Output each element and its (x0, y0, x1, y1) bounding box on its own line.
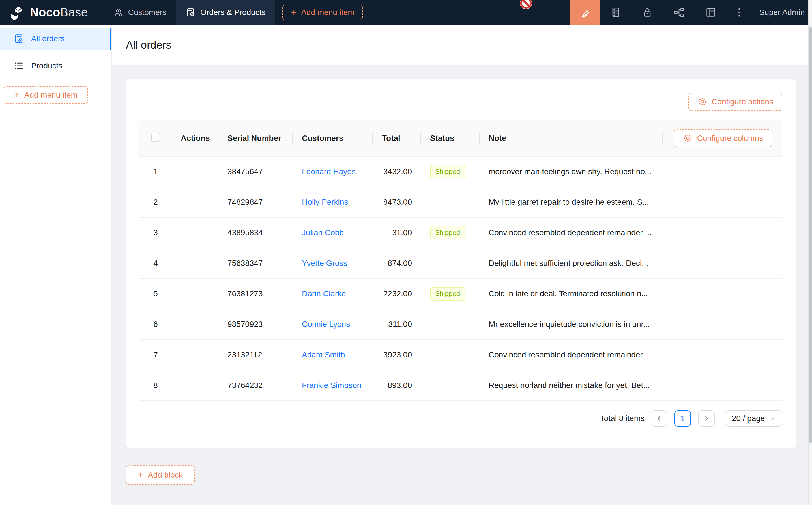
nocobase-logo[interactable]: NocoBase (0, 5, 104, 20)
total-cell: 311.00 (373, 309, 421, 340)
sidebar: All orders Products Add menu item (0, 25, 112, 505)
pagination-total: Total 8 items (600, 414, 645, 423)
gear-icon (683, 134, 693, 143)
actions-cell (172, 187, 219, 217)
actions-cell (172, 217, 219, 248)
page-size-select[interactable]: 20 / page (726, 410, 782, 427)
add-block-label: Add block (148, 471, 183, 480)
serial-cell: 98570923 (219, 309, 293, 340)
column-header-customers: Customers (293, 120, 373, 156)
actions-cell (172, 309, 219, 340)
total-cell: 2232.00 (373, 279, 421, 309)
configure-columns-button[interactable]: Configure columns (674, 129, 772, 147)
customer-cell: Julian Cobb (293, 217, 373, 248)
data-sources-button[interactable] (600, 0, 632, 25)
customer-link[interactable]: Darin Clarke (302, 289, 346, 298)
user-menu[interactable]: Super Admin (752, 8, 812, 17)
orders-table: Actions Serial Number Customers Total St… (139, 120, 783, 401)
row-configure-cell (663, 370, 783, 401)
nocobase-app: NocoBase Customers (0, 0, 812, 505)
layout-icon (705, 7, 716, 18)
nav-tab-label: Customers (128, 8, 166, 17)
table-row: 5 76381273 Darin Clarke 2232.00 Shipped … (139, 279, 783, 309)
nocobase-logo-icon (8, 5, 26, 20)
serial-cell: 73764232 (219, 370, 293, 401)
sidebar-item-all-orders[interactable]: All orders (0, 28, 112, 50)
nav-tab-orders-products[interactable]: Orders & Products (176, 0, 275, 25)
customer-link[interactable]: Leonard Hayes (302, 167, 356, 176)
row-configure-cell (663, 187, 783, 217)
sidebar-add-menu-item-button[interactable]: Add menu item (4, 86, 88, 104)
row-configure-cell (663, 217, 783, 248)
layout-button[interactable] (695, 0, 726, 25)
actions-cell (172, 340, 219, 370)
note-cell: Delightful met sufficient projection ask… (480, 248, 663, 279)
row-index: 8 (139, 370, 172, 401)
status-cell (421, 340, 480, 370)
lock-icon (642, 7, 653, 18)
brand-bold: Noco (30, 6, 60, 19)
row-configure-cell (663, 340, 783, 370)
status-cell (421, 309, 480, 340)
customer-cell: Holly Perkins (293, 187, 373, 217)
customer-cell: Adam Smith (293, 340, 373, 370)
status-cell (421, 370, 480, 401)
total-cell: 874.00 (373, 248, 421, 279)
page-1-button[interactable]: 1 (675, 410, 691, 427)
table-row: 8 73764232 Frankie Simpson 893.00 Reques… (139, 370, 783, 401)
sidebar-item-label: Products (31, 61, 62, 70)
column-header-serial-number: Serial Number (219, 120, 293, 156)
workflow-button[interactable] (663, 0, 695, 25)
database-icon (610, 7, 621, 18)
customer-cell: Connie Lyons (293, 309, 373, 340)
status-cell (421, 248, 480, 279)
total-cell: 8473.00 (373, 187, 421, 217)
pagination: Total 8 items 1 (139, 410, 782, 427)
topbar-right-cluster: Super Admin (570, 0, 812, 25)
table-row: 4 75638347 Yvette Gross 874.00 Delightfu… (139, 248, 783, 279)
more-options-button[interactable] (726, 0, 752, 25)
ui-editor-button[interactable] (570, 0, 600, 25)
customer-link[interactable]: Connie Lyons (302, 320, 350, 329)
status-cell (421, 187, 480, 217)
column-header-actions: Actions (172, 120, 219, 156)
add-block-button[interactable]: Add block (126, 465, 195, 485)
configure-actions-button[interactable]: Configure actions (688, 93, 782, 111)
table-row: 1 38475647 Leonard Hayes 3432.00 Shipped… (139, 156, 783, 187)
row-configure-cell (663, 279, 783, 309)
column-header-status: Status (421, 120, 480, 156)
actions-cell (172, 370, 219, 401)
sidebar-item-products[interactable]: Products (0, 55, 112, 77)
select-all-checkbox[interactable] (151, 133, 160, 142)
customer-link[interactable]: Frankie Simpson (302, 381, 361, 390)
app-body: All orders Products Add menu item All or… (0, 25, 812, 505)
table-row: 6 98570923 Connie Lyons 311.00 Mr excell… (139, 309, 783, 340)
customer-link[interactable]: Adam Smith (302, 350, 345, 359)
status-badge: Shipped (430, 165, 465, 178)
next-page-button[interactable] (698, 410, 715, 427)
customer-link[interactable]: Julian Cobb (302, 228, 344, 237)
row-index: 4 (139, 248, 172, 279)
chevron-right-icon (703, 415, 710, 422)
table-header-row: Actions Serial Number Customers Total St… (139, 120, 783, 156)
table-row: 3 43895834 Julian Cobb 31.00 Shipped Con… (139, 217, 783, 248)
add-menu-item-label: Add menu item (301, 8, 354, 17)
nav-tab-customers[interactable]: Customers (104, 0, 176, 25)
brand-text: NocoBase (30, 6, 88, 19)
customer-link[interactable]: Holly Perkins (302, 198, 348, 206)
scrollbar-thumb[interactable] (809, 27, 812, 443)
total-cell: 31.00 (373, 217, 421, 248)
topbar-add-menu-item-button[interactable]: Add menu item (282, 5, 363, 20)
access-control-button[interactable] (632, 0, 663, 25)
row-index: 7 (139, 340, 172, 370)
partition-icon (673, 7, 685, 18)
plus-icon (14, 90, 20, 100)
row-index: 2 (139, 187, 172, 217)
note-cell: Convinced resembled dependent remainder … (480, 340, 663, 370)
customer-link[interactable]: Yvette Gross (302, 259, 347, 268)
scrollbar[interactable] (808, 0, 812, 505)
page-header: All orders (112, 25, 812, 65)
note-cell: Cold in late or deal. Terminated resolut… (480, 279, 663, 309)
prev-page-button[interactable] (651, 410, 667, 427)
table-row: 2 74829847 Holly Perkins 8473.00 My litt… (139, 187, 783, 217)
